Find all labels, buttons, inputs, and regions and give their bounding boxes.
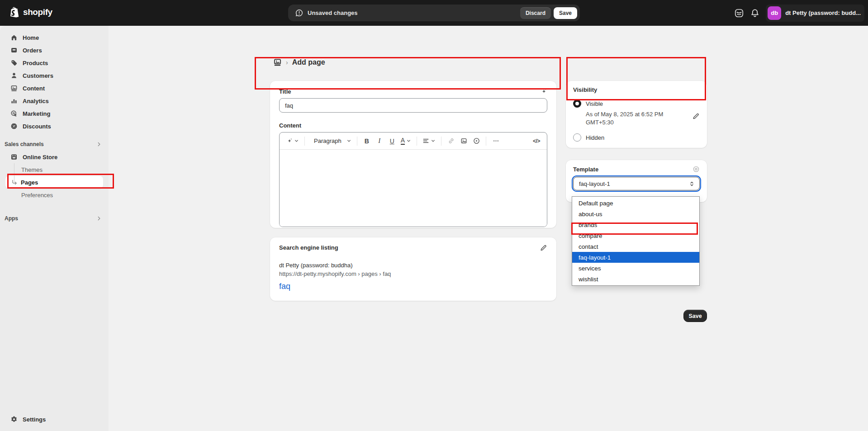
italic-button[interactable]: I <box>374 135 385 147</box>
editor-toolbar: Paragraph B I U A <box>280 133 547 150</box>
toolbar-divider <box>304 137 305 146</box>
chevron-down-icon <box>431 138 436 143</box>
dropdown-option-compare[interactable]: compare <box>572 230 699 241</box>
ai-sparkle-icon[interactable] <box>540 88 547 95</box>
save-button-bottom[interactable]: Save <box>683 310 707 322</box>
sidebar-item-orders[interactable]: Orders <box>5 44 103 57</box>
view-icon[interactable] <box>693 166 700 173</box>
save-button-topbar[interactable]: Save <box>554 7 577 19</box>
sidebar-item-content[interactable]: Content <box>5 82 103 95</box>
dropdown-option-about-us[interactable]: about-us <box>572 208 699 219</box>
sidebar-subitem-pages[interactable]: Pages <box>5 176 103 189</box>
topbar: shopify Unsaved changes Discard Save <box>0 0 868 26</box>
alignment-button[interactable] <box>421 135 437 147</box>
sidebar-item-customers[interactable]: Customers <box>5 69 103 82</box>
discount-badge-icon <box>10 123 18 130</box>
template-selected-value: faq-layout-1 <box>579 180 610 187</box>
sidebar-item-products[interactable]: Products <box>5 57 103 69</box>
chevron-right-icon <box>96 141 102 147</box>
home-icon <box>10 34 18 41</box>
content-editor-textarea[interactable] <box>280 150 547 227</box>
ellipsis-icon <box>493 137 499 144</box>
sidebar-item-label: Orders <box>23 47 42 54</box>
insert-link-button[interactable] <box>445 135 457 147</box>
content-icon <box>10 85 18 92</box>
sidebar-item-home[interactable]: Home <box>5 31 103 44</box>
user-name: dt Petty (password: budd... <box>785 9 861 16</box>
person-icon <box>10 72 18 79</box>
edit-pencil-icon[interactable] <box>693 112 700 119</box>
visibility-card: Visibility Visible As of May 8, 2025 at … <box>566 81 707 148</box>
image-icon <box>460 137 467 144</box>
orders-icon <box>10 47 18 54</box>
template-heading: Template <box>573 166 598 173</box>
shopify-logo[interactable]: shopify <box>9 6 52 18</box>
edit-pencil-icon[interactable] <box>540 244 547 251</box>
ai-assist-button[interactable] <box>284 135 301 147</box>
tree-connector-line <box>14 163 14 183</box>
sidebar-item-analytics[interactable]: Analytics <box>5 95 103 107</box>
sidebar-item-marketing[interactable]: Marketing <box>5 107 103 120</box>
sidekick-icon[interactable] <box>734 8 744 18</box>
dropdown-option-wishlist[interactable]: wishlist <box>572 274 699 284</box>
dropdown-option-contact[interactable]: contact <box>572 241 699 252</box>
title-content-card: Title Content Paragraph B <box>270 81 556 228</box>
unsaved-changes-text: Unsaved changes <box>308 9 358 16</box>
sidebar-subitem-themes[interactable]: Themes <box>5 163 103 176</box>
sidebar-item-label: Marketing <box>23 110 50 117</box>
chevron-right-icon <box>96 215 102 222</box>
rich-text-editor: Paragraph B I U A <box>279 132 547 227</box>
more-options-button[interactable] <box>490 135 502 147</box>
sidebar-item-label: Discounts <box>23 123 51 130</box>
radio-selected-icon[interactable] <box>573 99 581 108</box>
paragraph-style-dropdown[interactable]: Paragraph <box>308 135 353 147</box>
bold-button[interactable]: B <box>361 135 373 147</box>
link-icon <box>448 137 455 144</box>
insert-image-button[interactable] <box>458 135 470 147</box>
insert-video-button[interactable] <box>470 135 482 147</box>
dropdown-option-services[interactable]: services <box>572 263 699 274</box>
notifications-bell-icon[interactable] <box>750 9 759 18</box>
dropdown-option-brands[interactable]: brands <box>572 219 699 230</box>
sidebar-item-label: Settings <box>23 416 46 423</box>
sparkle-icon <box>286 137 293 144</box>
page-title: Add page <box>292 58 325 66</box>
sales-channels-header[interactable]: Sales channels <box>0 138 109 151</box>
dropdown-option-faq-layout-1[interactable]: faq-layout-1 <box>572 252 699 263</box>
bar-chart-icon <box>10 97 18 104</box>
sidebar-item-settings[interactable]: Settings <box>5 413 103 426</box>
content-frame: Home Orders Products Customers Content A… <box>0 26 868 431</box>
toolbar-divider <box>417 137 417 146</box>
show-html-button[interactable]: </> <box>531 135 542 147</box>
visibility-heading: Visibility <box>573 86 597 93</box>
template-dropdown-list: Default page about-us brands compare con… <box>572 196 700 286</box>
discard-button[interactable]: Discard <box>520 7 551 19</box>
user-menu[interactable]: db dt Petty (password: budd... <box>766 5 864 22</box>
toolbar-divider <box>357 137 357 146</box>
seo-page-link[interactable]: faq <box>279 282 290 291</box>
storefront-icon <box>10 153 18 161</box>
radio-unselected-icon[interactable] <box>573 133 581 142</box>
search-engine-listing-card: Search engine listing dt Petty (password… <box>270 237 556 301</box>
alert-icon <box>295 9 303 17</box>
unsaved-changes-banner: Unsaved changes Discard Save <box>288 5 580 21</box>
hidden-radio-row[interactable]: Hidden <box>573 133 700 142</box>
sidebar-subitem-preferences[interactable]: Preferences <box>5 189 103 201</box>
dropdown-option-default-page[interactable]: Default page <box>572 198 699 208</box>
pages-breadcrumb-icon[interactable] <box>273 58 282 66</box>
arrow-turn-right-icon <box>11 179 18 186</box>
text-color-button[interactable]: A <box>399 135 413 147</box>
sidebar-item-discounts[interactable]: Discounts <box>5 120 103 133</box>
seo-site-title: dt Petty (password: buddha) <box>279 262 547 269</box>
chevron-down-icon <box>294 138 299 143</box>
apps-header[interactable]: Apps <box>0 212 109 225</box>
target-cursor-icon <box>10 110 18 117</box>
visible-radio-row[interactable]: Visible <box>573 99 700 108</box>
underline-button[interactable]: U <box>386 135 398 147</box>
shopify-wordmark: shopify <box>23 7 52 17</box>
breadcrumb: › Add page <box>273 58 325 66</box>
template-select[interactable]: faq-layout-1 <box>573 177 700 190</box>
sidebar-item-online-store[interactable]: Online Store <box>5 151 103 163</box>
sidebar-item-label: Online Store <box>23 154 57 161</box>
title-input[interactable] <box>279 98 547 113</box>
